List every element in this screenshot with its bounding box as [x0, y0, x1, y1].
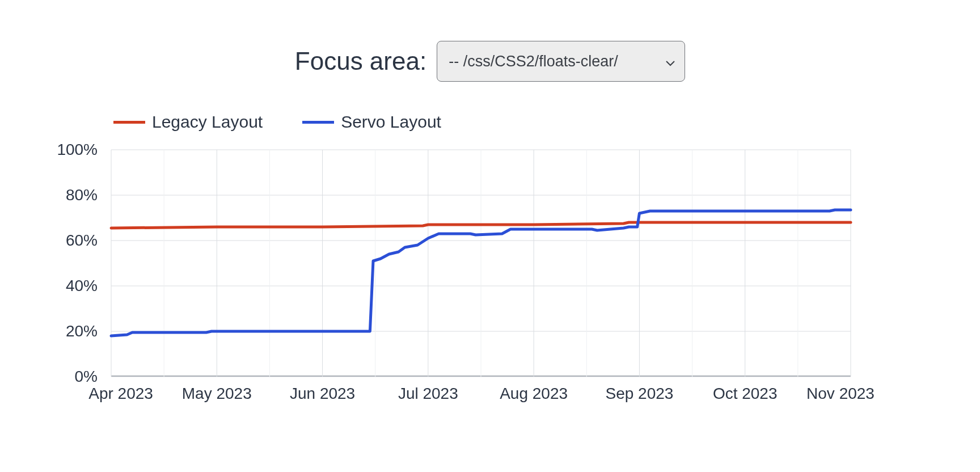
y-tick-label: 80% [66, 186, 98, 204]
legend-label: Legacy Layout [152, 112, 263, 132]
legend-label: Servo Layout [341, 112, 441, 132]
chart: Legacy Layout Servo Layout 0%20%40%60%80… [52, 106, 852, 412]
x-tick-label: Sep 2023 [605, 385, 673, 403]
x-tick-label: Aug 2023 [500, 385, 568, 403]
legend-item-legacy: Legacy Layout [113, 112, 263, 132]
legend-swatch [113, 121, 145, 124]
y-tick-label: 0% [75, 368, 98, 386]
y-tick-label: 60% [66, 231, 98, 250]
x-tick-label: Apr 2023 [88, 385, 153, 403]
legend-item-servo: Servo Layout [302, 112, 441, 132]
chart-controls: Focus area: -- /css/CSS2/floats-clear/ [0, 0, 980, 82]
focus-area-select-wrap: -- /css/CSS2/floats-clear/ [437, 41, 685, 82]
plot-area [111, 150, 851, 377]
x-tick-label: Nov 2023 [806, 385, 875, 403]
x-axis: Apr 2023May 2023Jun 2023Jul 2023Aug 2023… [111, 381, 851, 404]
x-tick-label: Oct 2023 [713, 385, 778, 403]
y-axis: 0%20%40%60%80%100% [52, 150, 105, 377]
y-tick-label: 40% [66, 277, 98, 295]
x-tick-label: May 2023 [182, 385, 252, 403]
y-tick-label: 20% [66, 322, 98, 340]
focus-area-label: Focus area: [295, 47, 426, 75]
x-tick-label: Jun 2023 [290, 385, 355, 403]
chart-legend: Legacy Layout Servo Layout [113, 112, 441, 132]
legend-swatch [302, 121, 334, 124]
x-tick-label: Jul 2023 [398, 385, 458, 403]
chart-series [111, 150, 851, 376]
y-tick-label: 100% [57, 141, 98, 159]
focus-area-select[interactable]: -- /css/CSS2/floats-clear/ [437, 41, 685, 82]
